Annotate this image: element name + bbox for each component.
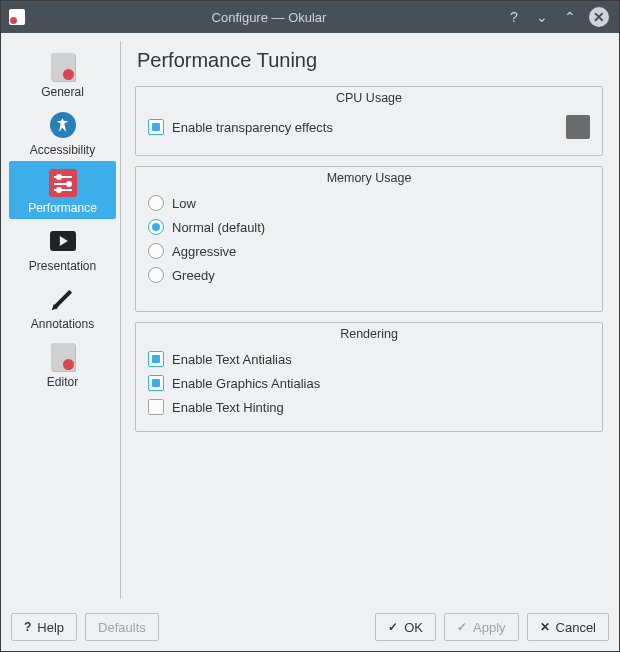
window-title: Configure — Okular	[33, 10, 505, 25]
sidebar-item-editor[interactable]: Editor	[9, 335, 116, 393]
cancel-button[interactable]: ✕ Cancel	[527, 613, 609, 641]
defaults-button[interactable]: Defaults	[85, 613, 159, 641]
sidebar-item-annotations[interactable]: Annotations	[9, 277, 116, 335]
group-title: Rendering	[136, 327, 602, 341]
help-icon: ?	[24, 620, 31, 634]
sidebar-item-accessibility[interactable]: Accessibility	[9, 103, 116, 161]
sidebar-item-label: Annotations	[31, 317, 94, 331]
close-icon[interactable]: ✕	[589, 7, 609, 27]
group-title: CPU Usage	[136, 91, 602, 105]
sidebar-item-performance[interactable]: Performance	[9, 161, 116, 219]
annotations-icon	[47, 283, 79, 315]
dialog-window: Configure — Okular ? ⌄ ⌃ ✕ General Acces…	[0, 0, 620, 652]
sidebar-item-label: General	[41, 85, 84, 99]
memory-radio-aggressive[interactable]	[148, 243, 164, 259]
settings-page: Performance Tuning CPU Usage Enable tran…	[121, 41, 611, 599]
transparency-label: Enable transparency effects	[172, 120, 333, 135]
performance-icon	[47, 167, 79, 199]
text-antialias-label: Enable Text Antialias	[172, 352, 292, 367]
window-controls: ? ⌄ ⌃ ✕	[505, 7, 619, 27]
button-label: Help	[37, 620, 64, 635]
minimize-icon[interactable]: ⌄	[533, 8, 551, 26]
maximize-icon[interactable]: ⌃	[561, 8, 579, 26]
text-antialias-checkbox[interactable]	[148, 351, 164, 367]
memory-radio-normal[interactable]	[148, 219, 164, 235]
titlebar[interactable]: Configure — Okular ? ⌄ ⌃ ✕	[1, 1, 619, 33]
sidebar-item-label: Presentation	[29, 259, 96, 273]
check-icon: ✓	[457, 620, 467, 634]
graphics-antialias-label: Enable Graphics Antialias	[172, 376, 320, 391]
sidebar-item-label: Editor	[47, 375, 78, 389]
group-cpu-usage: CPU Usage Enable transparency effects	[135, 86, 603, 156]
sidebar-item-label: Performance	[28, 201, 97, 215]
sidebar-item-presentation[interactable]: Presentation	[9, 219, 116, 277]
help-button[interactable]: ? Help	[11, 613, 77, 641]
editor-icon	[47, 341, 79, 373]
sidebar-item-general[interactable]: General	[9, 45, 116, 103]
button-label: Defaults	[98, 620, 146, 635]
group-memory-usage: Memory Usage Low Normal (default) Aggres…	[135, 166, 603, 312]
text-hinting-checkbox[interactable]	[148, 399, 164, 415]
transparency-checkbox[interactable]	[148, 119, 164, 135]
apply-button[interactable]: ✓ Apply	[444, 613, 519, 641]
button-label: Cancel	[556, 620, 596, 635]
memory-radio-low[interactable]	[148, 195, 164, 211]
general-icon	[47, 51, 79, 83]
category-sidebar: General Accessibility Performance	[9, 41, 121, 599]
button-label: Apply	[473, 620, 506, 635]
graphics-antialias-checkbox[interactable]	[148, 375, 164, 391]
group-rendering: Rendering Enable Text Antialias Enable G…	[135, 322, 603, 432]
page-title: Performance Tuning	[137, 49, 603, 72]
text-hinting-label: Enable Text Hinting	[172, 400, 284, 415]
button-label: OK	[404, 620, 423, 635]
memory-radio-greedy[interactable]	[148, 267, 164, 283]
content-area: General Accessibility Performance	[1, 33, 619, 607]
presentation-icon	[47, 225, 79, 257]
memory-label-aggressive: Aggressive	[172, 244, 236, 259]
close-icon: ✕	[540, 620, 550, 634]
group-title: Memory Usage	[136, 171, 602, 185]
button-bar: ? Help Defaults ✓ OK ✓ Apply ✕ Cancel	[1, 607, 619, 651]
app-icon	[9, 9, 25, 25]
memory-label-greedy: Greedy	[172, 268, 215, 283]
help-titlebar-icon[interactable]: ?	[505, 8, 523, 26]
accessibility-icon	[47, 109, 79, 141]
sidebar-item-label: Accessibility	[30, 143, 95, 157]
memory-label-low: Low	[172, 196, 196, 211]
memory-label-normal: Normal (default)	[172, 220, 265, 235]
ok-button[interactable]: ✓ OK	[375, 613, 436, 641]
check-icon: ✓	[388, 620, 398, 634]
cpu-chip-icon	[566, 115, 590, 139]
